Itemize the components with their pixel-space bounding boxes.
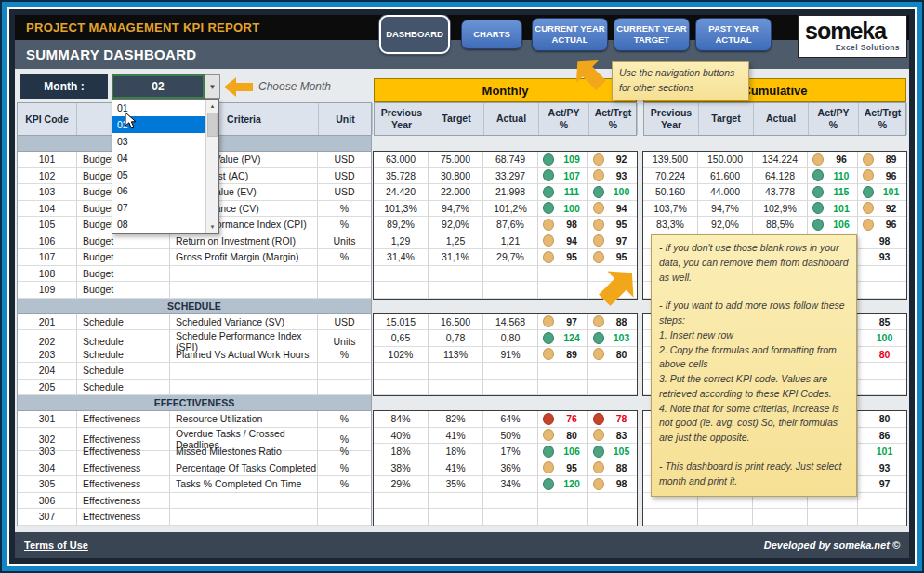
cell-kpi-code: 307 xyxy=(18,509,77,526)
month-option-05[interactable]: 05 xyxy=(112,167,205,183)
value-row: 50.16044.00043.778115101 xyxy=(643,184,906,201)
month-option-08[interactable]: 08 xyxy=(112,216,205,233)
cell-act-trgt: 93 xyxy=(858,460,906,477)
indicator-value: 97 xyxy=(556,316,587,327)
cell-group: Schedule xyxy=(77,380,170,396)
indicator-value: 96 xyxy=(876,219,906,230)
report-title: PROJECT MANAGEMENT KPI REPORT xyxy=(15,20,259,34)
cell-target: 18% xyxy=(429,444,483,460)
cell-kpi-code: 204 xyxy=(18,363,77,380)
section-gap xyxy=(374,136,637,152)
nav-button-past-year[interactable]: PAST YEAR ACTUAL xyxy=(695,18,772,51)
cursor-icon xyxy=(125,112,138,130)
table-row: 302EffectivenessOverdue Tasks / Crossed … xyxy=(18,428,371,445)
table-row: 306Effectiveness xyxy=(18,493,371,510)
cell-previous-year: 24.420 xyxy=(374,184,429,201)
cell-group: Effectiveness xyxy=(77,476,170,493)
cell-act-py xyxy=(538,509,588,526)
scroll-down-icon[interactable]: ▼ xyxy=(206,220,218,233)
nav-button-dashboard[interactable]: DASHBOARD xyxy=(379,15,450,54)
cell-actual xyxy=(483,509,538,526)
cell-actual: 68.749 xyxy=(483,152,538,168)
cell-target: 31,1% xyxy=(429,249,483,266)
cell-target: 92,0% xyxy=(698,217,753,233)
status-dot-o xyxy=(543,315,554,327)
cell-act-trgt xyxy=(588,493,637,510)
indicator-value: 83 xyxy=(606,430,637,441)
cell-act-py: 98 xyxy=(538,217,588,233)
month-option-03[interactable]: 03 xyxy=(112,133,205,150)
nav-button-charts[interactable]: CHARTS xyxy=(461,20,522,49)
cumulative-columns: Previous YearTargetActualAct/PY %Act/Trg… xyxy=(643,102,906,136)
value-row xyxy=(374,266,637,283)
cell-actual xyxy=(753,509,808,526)
cell-act-trgt: 100 xyxy=(858,330,906,347)
month-option-06[interactable]: 06 xyxy=(112,182,205,199)
page-title: SUMMARY DASHBOARD xyxy=(15,47,196,62)
cell-target: 44.000 xyxy=(698,184,753,201)
scroll-up-icon[interactable]: ▲ xyxy=(206,100,218,113)
status-dot-o xyxy=(543,461,554,473)
cell-unit: % xyxy=(318,444,371,460)
cell-act-py: 120 xyxy=(538,476,588,493)
cell-actual: 64.128 xyxy=(753,168,808,185)
indicator-value: 94 xyxy=(606,203,637,214)
cell-unit: Units xyxy=(318,233,371,250)
indicator-value: 88 xyxy=(606,462,637,473)
indicator-value: 92 xyxy=(606,153,637,165)
cell-kpi-code: 107 xyxy=(18,249,77,266)
cell-unit: % xyxy=(318,249,371,266)
status-dot-o xyxy=(593,461,604,473)
someka-logo: someka Excel Solutions xyxy=(798,15,907,58)
indicator-value: 92 xyxy=(876,203,906,214)
column-header-4: Act/Trgt % xyxy=(859,103,907,135)
value-row: 84%82%64%7678 xyxy=(374,411,637,428)
cell-criteria xyxy=(170,380,318,396)
footer-bar: Terms of Use Developed by someka.net © xyxy=(15,532,909,558)
scroll-thumb[interactable] xyxy=(207,113,218,137)
indicator-value: 107 xyxy=(556,170,587,181)
terms-of-use-link[interactable]: Terms of Use xyxy=(24,540,88,551)
indicator-value: 124 xyxy=(556,332,587,343)
indicator-value: 95 xyxy=(556,462,587,473)
month-option-07[interactable]: 07 xyxy=(112,199,205,216)
value-row xyxy=(374,493,637,510)
indicator-value: 97 xyxy=(863,478,906,489)
cell-criteria: Planned Vs Actual Work Hours xyxy=(170,347,318,364)
table-row: 202ScheduleSchedule Performance Index (S… xyxy=(18,330,371,347)
status-dot-o xyxy=(593,169,604,181)
cell-group: Effectiveness xyxy=(77,509,170,526)
values-box: 15.01516.50014.56897880,650,780,80124103… xyxy=(374,314,637,396)
month-option-04[interactable]: 04 xyxy=(112,150,205,167)
cell-act-trgt: 105 xyxy=(588,444,637,460)
nav-button-current-year[interactable]: CURRENT YEAR TARGET xyxy=(614,18,690,51)
value-row: 63.00075.00068.74910992 xyxy=(374,152,637,168)
cell-previous-year: 35.728 xyxy=(374,168,429,185)
cell-target: 35% xyxy=(429,476,483,493)
cell-actual: 33.297 xyxy=(483,168,538,185)
value-row: 24.42022.00021.998111100 xyxy=(374,184,637,201)
cell-act-trgt xyxy=(858,493,906,510)
indicator-value: 97 xyxy=(606,235,637,247)
cell-act-py: 100 xyxy=(538,201,588,218)
indicator-value: 96 xyxy=(876,170,906,181)
cell-actual: 43.778 xyxy=(753,184,808,201)
column-header-0: Previous Year xyxy=(375,103,429,135)
status-dot-o xyxy=(593,315,604,327)
status-dot-o xyxy=(863,153,874,166)
cell-target: 30.800 xyxy=(429,168,483,185)
cell-act-trgt xyxy=(858,282,906,299)
dropdown-scrollbar[interactable]: ▲ ▼ xyxy=(205,100,218,233)
cell-actual: 0,80 xyxy=(483,330,538,347)
nav-button-current-year[interactable]: CURRENT YEAR ACTUAL xyxy=(532,18,608,51)
indicator-value: 120 xyxy=(556,478,587,489)
indicator-value: 93 xyxy=(863,462,906,473)
cell-act-trgt xyxy=(588,509,637,526)
cell-previous-year: 18% xyxy=(374,444,429,460)
status-dot-g xyxy=(593,332,604,344)
indicator-value: 94 xyxy=(556,235,587,247)
column-header-3: Act/PY % xyxy=(539,103,589,135)
cell-target: 0,78 xyxy=(429,330,483,347)
cell-previous-year: 101,3% xyxy=(374,201,429,218)
cell-act-trgt xyxy=(858,509,906,526)
